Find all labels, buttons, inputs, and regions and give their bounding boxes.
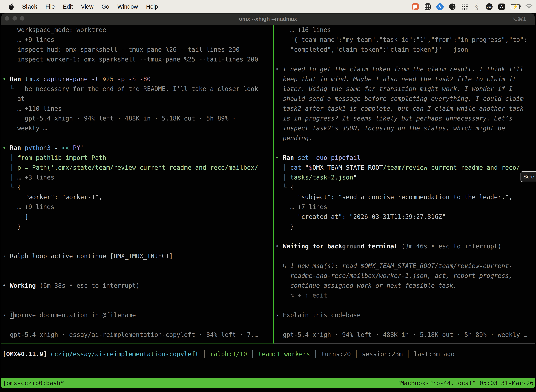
- terminal-line: • Working (6m 38s • esc to interrupt): [1, 281, 140, 290]
- menu-window[interactable]: Window: [117, 3, 138, 10]
- terminal-line: "subject": "send a concise recommendatio…: [274, 192, 513, 202]
- terminal-line: • Ran python3 - <<'PY': [1, 143, 84, 153]
- terminal-line: keep that in mind. Maybe I also need the…: [274, 74, 516, 84]
- terminal-line: readme-and-reco/mailbox/worker-1.json, a…: [274, 271, 513, 281]
- terminal-line: • Ran set -euo pipefail: [274, 153, 361, 163]
- terminal-line: ⌥ + ↑ edit: [274, 290, 327, 300]
- terminal-line: └ {: [274, 182, 294, 192]
- squiggle-icon[interactable]: §: [474, 3, 480, 10]
- terminal-line: }: [1, 222, 21, 232]
- screen-share-tooltip-label: Scre: [523, 174, 534, 180]
- terminal-line: • I need to get the claim token from the…: [274, 64, 524, 74]
- terminal-line: │ from pathlib import Path: [1, 153, 106, 163]
- terminal-line: inspect_hud: omx sparkshell --tmux-pane …: [1, 45, 240, 54]
- terminal-line: ]: [1, 212, 29, 222]
- menu-go[interactable]: Go: [101, 3, 109, 10]
- terminal-line: "worker": "worker-1",: [1, 192, 103, 202]
- terminal-line: • Ran tmux capture-pane -t %25 -p -S -80: [1, 74, 151, 84]
- terminal-line: › Improve documentation in @filename: [1, 310, 136, 320]
- terminal-line: … +9 lines: [1, 35, 54, 45]
- terminal-line: gpt-5.4 xhigh · essay/ai-reimplementatio…: [1, 330, 258, 340]
- tmux-status-bar: [omx-cczip0:bash* "MacBook-Pro-44.local"…: [1, 378, 535, 388]
- screen-share-tooltip[interactable]: Scre: [521, 171, 536, 182]
- chat-app-icon[interactable]: [412, 3, 419, 10]
- terminal-line: │ cat "$OMX_TEAM_STATE_ROOT/team/review-…: [274, 163, 520, 173]
- inactive-pane-border: [274, 344, 535, 344]
- terminal-line: … +110 lines: [1, 104, 62, 113]
- keypad-shield-icon[interactable]: [424, 3, 431, 10]
- menu-edit[interactable]: Edit: [63, 3, 73, 10]
- menu-items: SlackFileEditViewGoWindowHelp: [0, 3, 158, 10]
- terminal-line: is in progress? It seems likely but perh…: [274, 113, 513, 123]
- terminal-line: pending.: [274, 133, 312, 143]
- terminal-line: inspect task2's JSON, focusing on the st…: [274, 123, 505, 133]
- menu-file[interactable]: File: [45, 3, 55, 10]
- terminal-line: }: [274, 222, 294, 232]
- letter-a-icon[interactable]: A: [498, 3, 505, 10]
- terminal-line: workspace_mode: worktree: [1, 25, 106, 35]
- terminal-line: ↳ 1 new msg(s): read $OMX_TEAM_STATE_ROO…: [274, 261, 513, 271]
- terminal-line: │ tasks/task-2.json": [274, 173, 357, 182]
- percent-badge-icon[interactable]: ..61: [486, 3, 493, 10]
- title-bar: omx --xhigh --madmax ⌥⌘1: [1, 13, 535, 25]
- terminal-line: "created_at": "2026-03-31T11:59:27.816Z": [274, 212, 446, 222]
- window-shortcut-badge: ⌥⌘1: [511, 13, 526, 25]
- terminal-line: '{"team_name":"my-team","task_id":"1","f…: [274, 35, 527, 45]
- terminal-line: inspect_worker-1: omx sparkshell --tmux-…: [1, 54, 258, 64]
- pie-circle-icon[interactable]: [449, 3, 456, 10]
- terminal-line: │ … +3 lines: [1, 173, 54, 182]
- left-terminal-pane[interactable]: workspace_mode: worktree … +9 lines insp…: [1, 25, 273, 344]
- omx-status-line: [OMX#0.11.9] cczip/essay/ai-reimplementa…: [2, 349, 455, 359]
- terminal-line: … +7 lines: [274, 202, 327, 212]
- terminal-line: task2 after task1 is complete, but can I…: [274, 104, 524, 113]
- apple-menu[interactable]: [8, 3, 14, 10]
- terminal-line: … +16 lines: [274, 25, 331, 35]
- terminal-line: └ be necessary for the end of the README…: [1, 84, 258, 94]
- terminal-line: │ p = Path('.omx/state/team/review-curre…: [1, 163, 258, 173]
- terminal-line: at: [1, 94, 25, 104]
- terminal-line: later. Using the same for transition mig…: [274, 84, 513, 94]
- active-pane-border: [1, 344, 273, 344]
- terminal-line: └ {: [1, 182, 21, 192]
- terminal-line: … +9 lines: [1, 202, 54, 212]
- pane-divider-vertical[interactable]: [273, 25, 274, 344]
- terminal-line: weekly …: [1, 123, 47, 133]
- wifi-icon[interactable]: [526, 3, 532, 10]
- dots-grid-icon[interactable]: [461, 3, 468, 10]
- terminal-line: continue assigned work or next feasible …: [274, 281, 457, 290]
- terminal-line: gpt-5.4 xhigh · 94% left · 488K in · 5.1…: [1, 113, 236, 123]
- terminal-window: omx --xhigh --madmax ⌥⌘1 workspace_mode:…: [1, 13, 535, 389]
- terminal-line: › Ralph loop active continue [OMX_TMUX_I…: [1, 251, 173, 261]
- battery-charging-icon[interactable]: ⚡: [510, 3, 520, 10]
- terminal-line: gpt-5.4 xhigh · 94% left · 488K in · 5.1…: [274, 330, 527, 340]
- tmux-session-label[interactable]: [omx-cczip0:bash*: [3, 378, 64, 388]
- menu-slack[interactable]: Slack: [22, 3, 37, 10]
- menu-help[interactable]: Help: [146, 3, 158, 10]
- terminal-line: › Explain this codebase: [274, 310, 361, 320]
- menu-bar: SlackFileEditViewGoWindowHelp § ..6: [0, 0, 536, 13]
- menu-status-icons: § ..61 A ⚡: [412, 3, 536, 10]
- menu-view[interactable]: View: [81, 3, 93, 10]
- window-title: omx --xhigh --madmax: [1, 13, 535, 25]
- apple-logo-icon: [8, 3, 14, 10]
- terminal-line: "completed","claim_token":"claim-token"}…: [274, 45, 468, 54]
- tmux-host-clock: "MacBook-Pro-44.local" 05:03 31-Mar-26: [397, 378, 534, 388]
- right-terminal-pane[interactable]: … +16 lines '{"team_name":"my-team","tas…: [274, 25, 535, 344]
- terminal-line: should send a message before completing …: [274, 94, 524, 104]
- terminal-line: • Waiting for background terminal (3m 46…: [274, 241, 501, 251]
- spark-badge-icon[interactable]: [436, 3, 444, 10]
